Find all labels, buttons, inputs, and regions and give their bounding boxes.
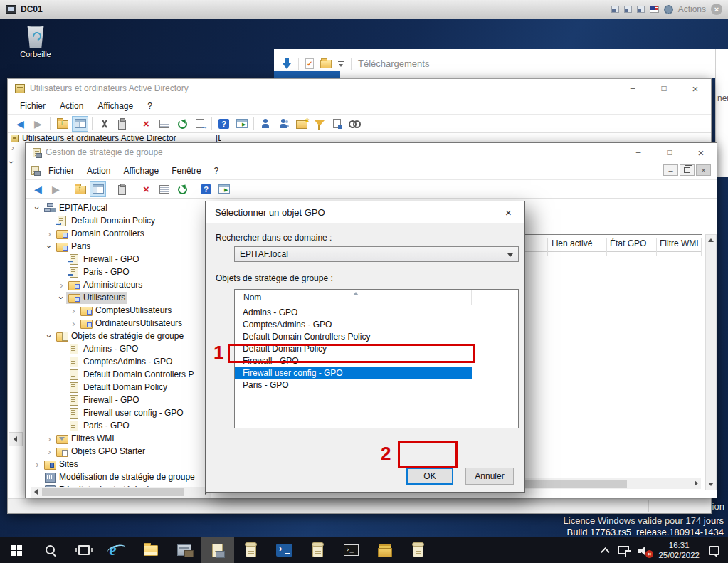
window-maximize-icon[interactable]: [637, 6, 645, 13]
task-view-taskbar-button[interactable]: [67, 537, 100, 563]
chevron-closed-icon[interactable]: [69, 319, 78, 328]
export-list-button[interactable]: [191, 116, 208, 132]
dialog-titlebar[interactable]: Sélectionner un objet GPO: [206, 201, 524, 223]
gpo-editor-taskbar-button[interactable]: [234, 537, 268, 563]
gpo-item-paris-gpo[interactable]: Paris - GPO: [235, 379, 517, 391]
column-divider[interactable]: [701, 238, 702, 256]
column-header-lien-active[interactable]: Lien activé: [552, 238, 592, 248]
tree-item-domain-controllers[interactable]: Domain Controllers: [31, 227, 211, 240]
gpo-editor-taskbar-button[interactable]: [401, 537, 435, 563]
chevron-closed-icon[interactable]: [45, 434, 54, 443]
mdi-restore-icon[interactable]: [680, 164, 695, 176]
tree-item-comptesutilisateurs[interactable]: ComptesUtilisateurs: [31, 304, 211, 317]
aduc-hscroll-left[interactable]: [9, 432, 23, 446]
menu-affichage[interactable]: Affichage: [91, 99, 139, 113]
tree-item-objets-gpo-starter[interactable]: Objets GPO Starter: [31, 445, 211, 458]
listbox-header[interactable]: Nom: [235, 290, 518, 305]
action-pane-button[interactable]: [233, 116, 250, 132]
chevron-closed-icon[interactable]: [45, 229, 54, 238]
column-header-etat-gpo[interactable]: État GPO: [610, 238, 646, 248]
forward-arrow-button[interactable]: [48, 181, 64, 197]
server-manager-taskbar-button[interactable]: [167, 537, 201, 563]
tree-item-epitaf-local[interactable]: EPITAF.local: [31, 201, 211, 214]
paste-button[interactable]: [114, 116, 130, 132]
special-doc-button[interactable]: [329, 116, 345, 132]
tree-item-paris-gpo[interactable]: Paris - GPO: [31, 265, 211, 278]
window-restore-icon[interactable]: [624, 6, 632, 13]
folder-up-button[interactable]: [72, 181, 88, 197]
filter-button[interactable]: [311, 116, 327, 132]
folder-up-button[interactable]: [54, 116, 70, 132]
close-icon[interactable]: ×: [711, 4, 722, 15]
help-button[interactable]: [216, 116, 232, 132]
chevron-open-icon[interactable]: [57, 293, 66, 302]
gpo-editor-taskbar-button[interactable]: [301, 537, 334, 563]
gpo-item-default-domain-controllers-policy[interactable]: Default Domain Controllers Policy: [235, 331, 517, 343]
menu-action[interactable]: Action: [80, 164, 117, 178]
cmd-taskbar-button[interactable]: [334, 537, 368, 563]
close-icon[interactable]: ×: [492, 201, 524, 223]
tree-item-admins-gpo[interactable]: Admins - GPO: [31, 342, 211, 355]
menu-action[interactable]: Action: [53, 99, 90, 113]
delete-button[interactable]: [138, 181, 154, 197]
new-group-button[interactable]: [275, 116, 292, 132]
tree-item-comptesadmins-gpo[interactable]: ComptesAdmins - GPO: [31, 355, 211, 368]
help-button[interactable]: [198, 181, 214, 197]
chevron-closed-icon[interactable]: [45, 447, 54, 456]
files-stack-taskbar-button[interactable]: [368, 537, 401, 563]
console-panes-button[interactable]: [90, 181, 106, 197]
gpmc-taskbar-button[interactable]: [201, 537, 234, 563]
close-icon[interactable]: ×: [685, 143, 717, 162]
gpo-item-admins-gpo[interactable]: Admins - GPO: [235, 307, 517, 319]
search-taskbar-button[interactable]: [33, 537, 67, 563]
delete-button[interactable]: [138, 116, 154, 132]
tree-item-filtres-wmi[interactable]: Filtres WMI: [31, 432, 211, 445]
gear-icon[interactable]: [664, 5, 673, 14]
pane-vertical-scrollbar[interactable]: [705, 234, 717, 490]
window-minimize-icon[interactable]: [611, 6, 619, 13]
chevron-closed-icon[interactable]: [33, 460, 42, 469]
tree-item-paris[interactable]: Paris: [31, 240, 211, 253]
forward-arrow-button[interactable]: [30, 116, 46, 132]
tree-item-firewall-gpo[interactable]: Firewall - GPO: [31, 394, 211, 406]
menu-affichage[interactable]: Affichage: [117, 164, 165, 178]
maximize-icon[interactable]: □: [654, 143, 685, 162]
dropdown-chevron-icon[interactable]: [338, 60, 344, 68]
tree-item-default-domain-controllers-p[interactable]: Default Domain Controllers P: [31, 368, 211, 381]
chevron-open-icon[interactable]: [33, 204, 42, 213]
column-divider[interactable]: [471, 290, 472, 305]
aduc-tree-root-fragment[interactable]: Utilisateurs et ordinateurs Active Direc…: [11, 133, 221, 143]
gpo-item-comptesadmins-gpo[interactable]: ComptesAdmins - GPO: [235, 319, 517, 331]
chevron-closed-icon[interactable]: [69, 306, 78, 315]
close-icon[interactable]: ×: [680, 79, 711, 98]
tree-item-ordinateursutilisateurs[interactable]: OrdinateursUtilisateurs: [31, 317, 211, 330]
tree-item-mod-lisation-de-strat-gie-de-groupe[interactable]: Modélisation de stratégie de groupe: [31, 470, 211, 483]
back-arrow-button[interactable]: [12, 116, 28, 132]
action-center-icon[interactable]: [709, 546, 719, 555]
tree-item-default-domain-policy[interactable]: Default Domain Policy: [31, 214, 211, 227]
properties-button[interactable]: [156, 181, 172, 197]
network-icon[interactable]: [618, 546, 629, 554]
tree-item-firewall-user-config-gpo[interactable]: Firewall user config - GPO: [31, 406, 211, 419]
minimize-icon[interactable]: –: [617, 79, 648, 98]
chevron-closed-icon[interactable]: [57, 280, 66, 290]
tree-item-administrateurs[interactable]: Administrateurs: [31, 278, 211, 291]
tray-clock[interactable]: 16:31 25/02/2022: [658, 540, 700, 560]
minimize-icon[interactable]: –: [623, 143, 654, 162]
actions-menu[interactable]: Actions: [678, 4, 706, 14]
gpm-titlebar[interactable]: Gestion de stratégie de groupe – □ ×: [26, 143, 717, 162]
powershell-taskbar-button[interactable]: [268, 537, 301, 563]
folder-icon[interactable]: [320, 60, 332, 68]
column-divider[interactable]: [606, 238, 607, 256]
tray-chevron-up-icon[interactable]: [601, 547, 608, 554]
menu-fen-tre[interactable]: Fenêtre: [165, 164, 207, 178]
refresh-button[interactable]: [174, 116, 190, 132]
new-ou-button[interactable]: [293, 116, 310, 132]
aduc-titlebar[interactable]: Utilisateurs et ordinateurs Active Direc…: [8, 79, 711, 98]
gpo-item-firewall-user-config-gpo[interactable]: Firewall user config - GPO: [235, 367, 472, 379]
find-button[interactable]: [347, 116, 363, 132]
tree-horizontal-scrollbar[interactable]: [31, 487, 211, 498]
back-arrow-button[interactable]: [30, 181, 46, 197]
column-header-filtre-wmi[interactable]: Filtre WMI: [660, 238, 699, 248]
paste-button[interactable]: [114, 181, 130, 197]
